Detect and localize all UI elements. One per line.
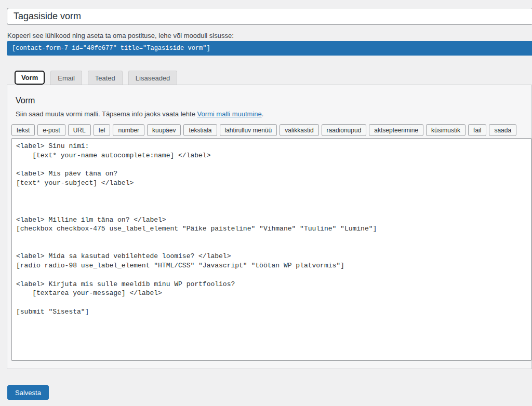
panel-description: Siin saad muuta vormi malli. Täpsema inf…	[16, 110, 531, 118]
tag-generator-toolbar: tekst e-post URL tel number kuupäev teks…	[11, 124, 531, 136]
form-template-docs-link[interactable]: Vormi malli muutmine	[197, 110, 261, 118]
tag-generator-button-tel[interactable]: tel	[94, 124, 111, 136]
tab-label: Teated	[95, 74, 115, 82]
panel-description-suffix: .	[262, 110, 264, 118]
panel-heading: Vorm	[16, 96, 531, 105]
tag-generator-button-label: küsimustik	[431, 127, 460, 134]
tag-generator-button-label: saada	[494, 127, 511, 134]
tag-generator-button-label: tekstiala	[189, 127, 211, 134]
shortcode-value-box[interactable]: [contact-form-7 id="40fe677" title="Taga…	[7, 41, 532, 56]
tag-generator-button-number[interactable]: number	[113, 124, 144, 136]
save-button[interactable]: Salvesta	[7, 385, 49, 400]
tag-generator-button-lahtirulluv-menüü[interactable]: lahtirulluv menüü	[220, 124, 277, 136]
shortcode-hint-text: Kopeeri see lühikood ning aseta ta oma p…	[7, 32, 234, 39]
tag-generator-button-label: aktsepteerimine	[374, 127, 418, 134]
tag-generator-button-label: raadionupud	[327, 127, 362, 134]
tab-label: Email	[58, 74, 75, 82]
tag-generator-button-label: URL	[73, 127, 86, 134]
tab-label: Vorm	[21, 74, 38, 82]
tab-vorm[interactable]: Vorm	[15, 71, 45, 85]
tag-generator-button-tekst[interactable]: tekst	[11, 124, 35, 136]
tag-generator-button-label: kuupäev	[152, 127, 176, 134]
tag-generator-button-label: e-post	[43, 127, 60, 134]
tab-teated[interactable]: Teated	[88, 71, 123, 85]
tag-generator-button-e-post[interactable]: e-post	[37, 124, 65, 136]
form-template-textarea[interactable]: <label> Sinu nimi: [text* your-name auto…	[11, 138, 531, 361]
wp-cf7-editor-page: { "header": { "title_value": "Tagasiside…	[0, 0, 532, 406]
tab-label: Lisaseaded	[136, 74, 170, 82]
tag-generator-button-tekstiala[interactable]: tekstiala	[183, 124, 217, 136]
tab-email[interactable]: Email	[50, 71, 82, 85]
tag-generator-button-raadionupud[interactable]: raadionupud	[322, 124, 367, 136]
tag-generator-button-label: number	[118, 127, 139, 134]
panel-description-prefix: Siin saad muuta vormi malli. Täpsema inf…	[16, 110, 197, 118]
tag-generator-button-saada[interactable]: saada	[489, 124, 516, 136]
tag-generator-button-label: tekst	[17, 127, 30, 134]
tag-generator-button-label: tel	[99, 127, 105, 134]
tag-generator-button-küsimustik[interactable]: küsimustik	[426, 124, 466, 136]
form-title-input[interactable]	[7, 8, 532, 25]
tab-lisaseaded[interactable]: Lisaseaded	[128, 71, 178, 85]
tag-generator-button-kuupäev[interactable]: kuupäev	[147, 124, 181, 136]
editor-tabs: Vorm Email Teated Lisaseaded	[15, 71, 177, 85]
tag-generator-button-url[interactable]: URL	[68, 124, 91, 136]
tag-generator-button-valikkastid[interactable]: valikkastid	[280, 124, 318, 136]
tag-generator-button-fail[interactable]: fail	[468, 124, 486, 136]
tag-generator-button-label: fail	[473, 127, 481, 134]
tag-generator-button-aktsepteerimine[interactable]: aktsepteerimine	[369, 124, 423, 136]
tag-generator-button-label: valikkastid	[285, 127, 313, 134]
tag-generator-button-label: lahtirulluv menüü	[225, 127, 272, 134]
form-editor-panel: Vorm Siin saad muuta vormi malli. Täpsem…	[7, 85, 532, 369]
